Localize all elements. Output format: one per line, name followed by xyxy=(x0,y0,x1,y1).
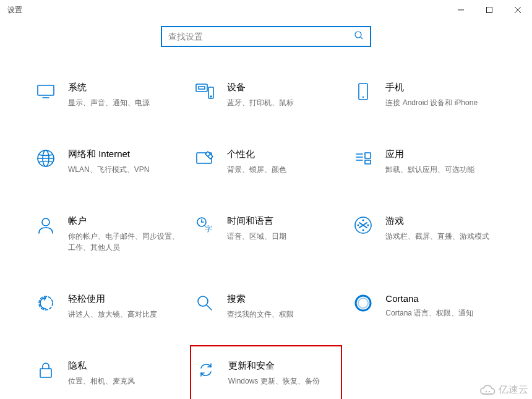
tile-text: 轻松使用讲述人、放大镜、高对比度 xyxy=(68,292,180,320)
network-icon xyxy=(35,147,57,169)
tile-text: 帐户你的帐户、电子邮件、同步设置、工作、其他人员 xyxy=(68,214,180,253)
tile-title: 设备 xyxy=(227,82,339,93)
window-title: 设置 xyxy=(7,5,22,15)
tile-text: 设备蓝牙、打印机、鼠标 xyxy=(227,80,339,108)
svg-rect-39 xyxy=(40,369,51,377)
titlebar: 设置 xyxy=(0,0,532,20)
settings-grid: 系统显示、声音、通知、电源设备蓝牙、打印机、鼠标手机连接 Android 设备和… xyxy=(0,66,532,399)
privacy-icon xyxy=(35,359,57,381)
svg-point-31 xyxy=(363,230,364,231)
svg-point-38 xyxy=(358,298,368,308)
tile-network[interactable]: 网络和 InternetWLAN、飞行模式、VPN xyxy=(31,145,184,178)
svg-point-24 xyxy=(42,218,49,226)
tile-desc: 位置、相机、麦克风 xyxy=(68,375,180,387)
tile-desc: 连接 Android 设备和 iPhone xyxy=(385,97,497,108)
tile-desc: Cortana 语言、权限、通知 xyxy=(385,307,497,319)
watermark-text: 亿速云 xyxy=(499,384,528,397)
system-icon xyxy=(35,80,57,103)
tile-desc: 游戏栏、截屏、直播、游戏模式 xyxy=(385,231,497,242)
ease-icon xyxy=(35,292,57,314)
tile-title: Cortana xyxy=(385,293,497,304)
tile-title: 个性化 xyxy=(227,148,339,160)
tile-apps[interactable]: 应用卸载、默认应用、可选功能 xyxy=(348,145,501,178)
tile-text: 游戏游戏栏、截屏、直播、游戏模式 xyxy=(385,214,497,242)
tile-privacy[interactable]: 隐私位置、相机、麦克风 xyxy=(31,356,184,399)
tile-text: 更新和安全Windows 更新、恢复、备份 xyxy=(228,359,338,387)
tile-gaming[interactable]: 游戏游戏栏、截屏、直播、游戏模式 xyxy=(348,212,501,255)
search-input[interactable] xyxy=(168,32,354,41)
svg-point-33 xyxy=(367,225,369,226)
svg-point-32 xyxy=(358,225,359,226)
svg-rect-23 xyxy=(365,160,371,164)
svg-point-4 xyxy=(355,32,361,38)
tile-cortana[interactable]: CortanaCortana 语言、权限、通知 xyxy=(348,290,501,322)
tile-desc: 背景、锁屏、颜色 xyxy=(227,164,339,175)
tile-title: 系统 xyxy=(68,82,180,93)
search-container xyxy=(0,26,532,47)
tile-text: 时间和语言语音、区域、日期 xyxy=(227,214,339,242)
close-icon xyxy=(515,7,521,13)
watermark: 亿速云 xyxy=(479,384,528,397)
tile-desc: 语音、区域、日期 xyxy=(227,231,339,242)
gaming-icon xyxy=(352,214,374,236)
tile-ease[interactable]: 轻松使用讲述人、放大镜、高对比度 xyxy=(31,290,184,322)
svg-point-41 xyxy=(489,390,490,392)
tile-desc: 查找我的文件、权限 xyxy=(227,309,339,320)
svg-point-30 xyxy=(363,220,364,221)
tile-phone[interactable]: 手机连接 Android 设备和 iPhone xyxy=(348,78,501,111)
tile-desc: Windows 更新、恢复、备份 xyxy=(228,375,338,387)
tile-desc: 卸载、默认应用、可选功能 xyxy=(385,164,497,175)
svg-point-40 xyxy=(486,390,487,392)
tile-text: 手机连接 Android 设备和 iPhone xyxy=(385,80,497,108)
tile-devices[interactable]: 设备蓝牙、打印机、鼠标 xyxy=(190,78,343,111)
tile-personalization[interactable]: 个性化背景、锁屏、颜色 xyxy=(190,145,343,178)
tile-desc: 你的帐户、电子邮件、同步设置、工作、其他人员 xyxy=(68,231,180,253)
search-icon xyxy=(354,30,364,43)
time-icon: 字 xyxy=(194,214,216,236)
svg-rect-6 xyxy=(38,85,54,95)
tile-title: 时间和语言 xyxy=(227,215,339,227)
minimize-icon xyxy=(458,7,464,13)
tile-title: 更新和安全 xyxy=(228,360,338,372)
search-box[interactable] xyxy=(161,26,371,47)
svg-rect-9 xyxy=(199,87,205,89)
maximize-button[interactable] xyxy=(475,0,504,20)
tile-title: 网络和 Internet xyxy=(68,148,180,160)
tile-search-cat[interactable]: 搜索查找我的文件、权限 xyxy=(190,290,343,322)
svg-line-36 xyxy=(207,305,212,310)
svg-point-11 xyxy=(210,96,212,97)
maximize-icon xyxy=(486,7,492,13)
cortana-icon xyxy=(352,292,374,314)
update-icon xyxy=(195,359,217,381)
window-controls xyxy=(447,0,532,20)
svg-text:字: 字 xyxy=(205,225,212,233)
tile-time[interactable]: 字时间和语言语音、区域、日期 xyxy=(190,212,343,255)
svg-rect-1 xyxy=(487,7,492,13)
tile-title: 搜索 xyxy=(227,293,339,305)
tile-text: 个性化背景、锁屏、颜色 xyxy=(227,147,339,175)
devices-icon xyxy=(194,80,216,103)
close-button[interactable] xyxy=(504,0,532,20)
svg-rect-8 xyxy=(196,84,207,92)
tile-desc: 讲述人、放大镜、高对比度 xyxy=(68,309,180,320)
minimize-button[interactable] xyxy=(447,0,475,20)
tile-desc: WLAN、飞行模式、VPN xyxy=(68,164,180,175)
tile-text: 网络和 InternetWLAN、飞行模式、VPN xyxy=(68,147,180,175)
tile-text: 隐私位置、相机、麦克风 xyxy=(68,359,180,387)
search-cat-icon xyxy=(194,292,216,314)
tile-title: 帐户 xyxy=(68,215,180,227)
accounts-icon xyxy=(35,214,57,236)
personalization-icon xyxy=(194,147,216,169)
phone-icon xyxy=(352,80,374,103)
tile-title: 轻松使用 xyxy=(68,293,180,305)
tile-title: 游戏 xyxy=(385,215,497,227)
tile-text: 应用卸载、默认应用、可选功能 xyxy=(385,147,497,175)
tile-title: 手机 xyxy=(385,82,497,93)
svg-point-13 xyxy=(363,97,364,98)
tile-title: 隐私 xyxy=(68,360,180,372)
tile-text: CortanaCortana 语言、权限、通知 xyxy=(385,292,497,319)
tile-accounts[interactable]: 帐户你的帐户、电子邮件、同步设置、工作、其他人员 xyxy=(31,212,184,255)
tile-update[interactable]: 更新和安全Windows 更新、恢复、备份 xyxy=(190,345,343,399)
tile-system[interactable]: 系统显示、声音、通知、电源 xyxy=(31,78,184,111)
cloud-icon xyxy=(479,384,496,397)
